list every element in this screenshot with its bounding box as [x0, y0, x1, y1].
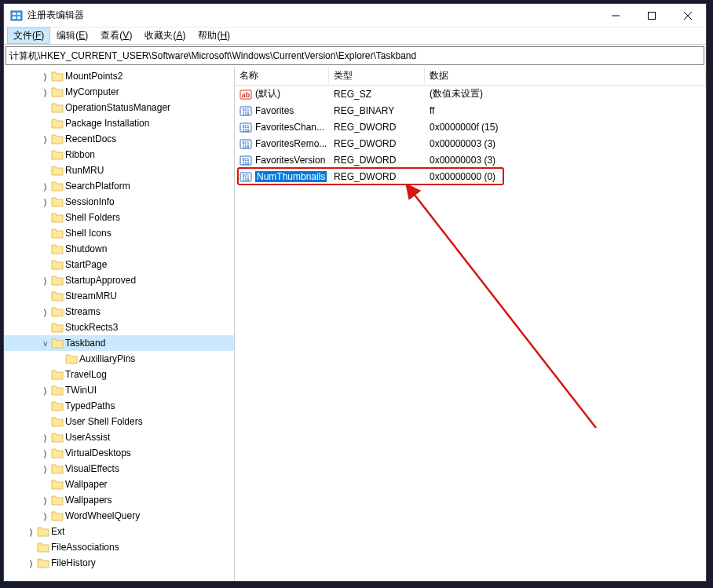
tree-node[interactable]: Shell Folders [4, 210, 234, 225]
expand-toggle[interactable] [38, 117, 51, 130]
tree-node[interactable]: AuxilliaryPins [4, 351, 234, 367]
tree-node-label: Shutdown [65, 243, 107, 254]
menu-favorites[interactable]: 收藏夹(A) [138, 27, 192, 44]
expand-toggle[interactable]: ❯ [41, 70, 49, 82]
tree-node[interactable]: Ribbon [4, 147, 234, 163]
tree-node[interactable]: ❯WordWheelQuery [4, 508, 234, 524]
expand-toggle[interactable] [38, 258, 51, 271]
titlebar[interactable]: 注册表编辑器 [4, 4, 706, 27]
value-row[interactable]: 011110FavoritesVersionREG_DWORD0x0000000… [235, 152, 706, 168]
value-data: 0x00000003 (3) [425, 138, 706, 149]
expand-toggle[interactable]: ❯ [41, 494, 49, 506]
tree-node[interactable]: OperationStatusManager [4, 100, 234, 115]
value-data: 0x00000000 (0) [425, 171, 706, 182]
tree-node-label: Ext [51, 526, 64, 537]
expand-toggle[interactable]: ❯ [41, 447, 49, 459]
expand-toggle[interactable] [38, 101, 51, 114]
tree-node[interactable]: Package Installation [4, 115, 234, 131]
tree-node[interactable]: ❯Ext [4, 524, 234, 539]
expand-toggle[interactable] [38, 368, 51, 381]
column-data[interactable]: 数据 [425, 67, 706, 85]
expand-toggle[interactable] [38, 148, 51, 161]
tree-node[interactable]: ❯SearchPlatform [4, 178, 234, 194]
tree-node[interactable]: User Shell Folders [4, 414, 234, 429]
svg-rect-3 [13, 16, 16, 19]
tree-node[interactable]: Shutdown [4, 241, 234, 257]
column-name[interactable]: 名称 [235, 67, 329, 85]
expand-toggle[interactable]: ❯ [41, 195, 49, 208]
expand-toggle[interactable]: ❯ [41, 274, 49, 287]
expand-toggle[interactable] [38, 400, 51, 412]
tree-node[interactable]: ❯MountPoints2 [4, 68, 234, 84]
expand-toggle[interactable]: ∨ [38, 337, 51, 349]
expand-toggle[interactable] [53, 352, 65, 365]
menu-help[interactable]: 帮助(H) [192, 27, 236, 44]
expand-toggle[interactable] [38, 290, 51, 302]
close-button[interactable] [670, 4, 706, 27]
value-data: (数值未设置) [425, 87, 706, 100]
tree-node[interactable]: ❯RecentDocs [4, 131, 234, 147]
value-row[interactable]: 011110FavoritesChan...REG_DWORD0x0000000… [235, 119, 706, 135]
column-type[interactable]: 类型 [329, 67, 425, 85]
tree-node[interactable]: TypedPaths [4, 398, 234, 414]
expand-toggle[interactable]: ❯ [41, 509, 49, 522]
address-bar[interactable]: 计算机\HKEY_CURRENT_USER\Software\Microsoft… [5, 46, 704, 65]
svg-text:110: 110 [243, 161, 250, 166]
tree-node[interactable]: ❯Streams [4, 304, 234, 320]
value-row[interactable]: ab(默认)REG_SZ(数值未设置) [235, 86, 706, 102]
tree-node[interactable]: ❯VirtualDesktops [4, 445, 234, 461]
expand-toggle[interactable]: ❯ [41, 384, 49, 396]
expand-toggle[interactable]: ❯ [41, 462, 49, 475]
tree-node[interactable]: ❯TWinUI [4, 382, 234, 398]
registry-tree: ❯MountPoints2❯MyComputerOperationStatusM… [4, 67, 234, 571]
value-row[interactable]: 011110FavoritesRemo...REG_DWORD0x0000000… [235, 135, 706, 152]
expand-toggle[interactable] [38, 211, 51, 224]
expand-toggle[interactable]: ❯ [41, 305, 49, 318]
tree-node[interactable]: RunMRU [4, 163, 234, 178]
folder-icon [51, 86, 64, 97]
maximize-button[interactable] [634, 4, 670, 27]
tree-node[interactable]: ∨Taskband [4, 335, 234, 351]
expand-toggle[interactable] [38, 321, 51, 334]
tree-node[interactable]: StartPage [4, 257, 234, 272]
expand-toggle[interactable]: ❯ [41, 431, 49, 444]
tree-node[interactable]: Wallpaper [4, 477, 234, 492]
tree-node[interactable]: ❯FileHistory [4, 555, 234, 571]
expand-toggle[interactable]: ❯ [27, 557, 35, 569]
expand-toggle[interactable] [38, 164, 51, 177]
expand-toggle[interactable] [38, 415, 51, 428]
tree-node[interactable]: ❯SessionInfo [4, 194, 234, 210]
minimize-button[interactable] [598, 4, 634, 27]
expand-toggle[interactable] [38, 227, 51, 239]
tree-node[interactable]: ❯UserAssist [4, 429, 234, 445]
value-row[interactable]: 011110NumThumbnailsREG_DWORD0x00000000 (… [235, 168, 706, 184]
tree-node[interactable]: TravelLog [4, 367, 234, 382]
tree-panel[interactable]: ❯MountPoints2❯MyComputerOperationStatusM… [4, 67, 235, 581]
menu-file[interactable]: 文件(F) [7, 27, 50, 44]
tree-node[interactable]: FileAssociations [4, 539, 234, 555]
folder-icon [51, 118, 64, 129]
tree-node[interactable]: Shell Icons [4, 225, 234, 241]
folder-icon [51, 181, 64, 192]
expand-toggle[interactable]: ❯ [41, 180, 49, 192]
tree-node[interactable]: ❯VisualEffects [4, 461, 234, 477]
value-row[interactable]: 011110FavoritesREG_BINARYff [235, 102, 706, 119]
folder-icon [51, 102, 64, 113]
menu-view[interactable]: 查看(V) [94, 27, 138, 44]
tree-node[interactable]: ❯Wallpapers [4, 492, 234, 508]
tree-node[interactable]: ❯MyComputer [4, 84, 234, 100]
svg-rect-2 [17, 13, 20, 15]
expand-toggle[interactable] [38, 243, 51, 255]
tree-node[interactable]: StuckRects3 [4, 320, 234, 335]
tree-node[interactable]: StreamMRU [4, 288, 234, 304]
folder-icon [51, 510, 64, 521]
tree-node[interactable]: ❯StartupApproved [4, 272, 234, 288]
expand-toggle[interactable]: ❯ [41, 86, 49, 98]
expand-toggle[interactable] [38, 478, 51, 491]
folder-icon [51, 149, 64, 160]
expand-toggle[interactable] [24, 541, 37, 553]
expand-toggle[interactable]: ❯ [41, 133, 49, 145]
menu-edit[interactable]: 编辑(E) [50, 27, 94, 44]
value-list-panel[interactable]: 名称 类型 数据 ab(默认)REG_SZ(数值未设置)011110Favori… [235, 67, 706, 581]
expand-toggle[interactable]: ❯ [27, 525, 35, 538]
